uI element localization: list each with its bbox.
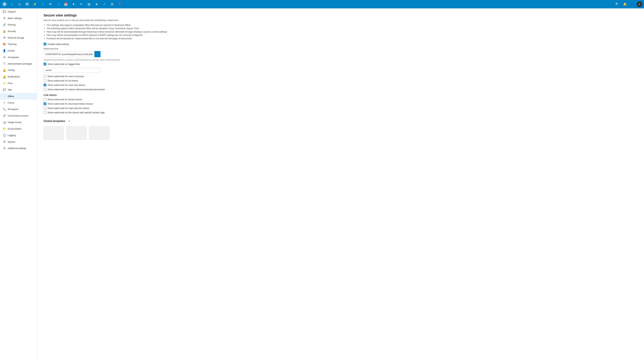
contacts-icon[interactable]: 👥 — [54, 0, 62, 8]
system-tags-checkbox[interactable] — [44, 111, 46, 114]
show-read-only-label[interactable]: Show watermark for read only shares — [48, 84, 85, 86]
template-card-1 — [44, 126, 64, 140]
contacts-button[interactable]: 👤 — [629, 0, 636, 8]
tasks-icon[interactable]: ✓ — [100, 0, 108, 8]
guests-icon: 👤 — [3, 49, 6, 52]
link-shares-section-label: Link shares — [44, 94, 637, 96]
favorites-icon[interactable]: ♥ — [70, 0, 77, 8]
sidebar-label-system: System — [8, 141, 15, 143]
tag-input[interactable] — [44, 68, 100, 72]
show-for-groups-row: Show watermark for users of groups — [44, 75, 637, 78]
show-all-shares-label[interactable]: Show watermark for all shares — [48, 79, 78, 82]
watermark-confirm-button[interactable]: → — [94, 51, 100, 57]
sidebar-label-support: Support — [8, 10, 16, 13]
bullet-4: Files may still be downloadable via WOPI… — [46, 34, 637, 36]
sidebar-item-external-storage[interactable]: 🖥 External storage — [0, 34, 37, 41]
sidebar-item-talk[interactable]: 💬 Talk — [0, 86, 37, 93]
show-on-tagged-row: Show watermark on tagged files — [44, 63, 637, 65]
download-hidden-checkbox[interactable] — [44, 102, 46, 105]
sharing-icon: 🔗 — [3, 23, 6, 26]
all-link-label[interactable]: Show watermark for all link shares — [48, 98, 82, 101]
sidebar-item-support[interactable]: 💬 Support — [0, 8, 37, 15]
show-no-download-label[interactable]: Show watermark for shares without downlo… — [48, 88, 105, 91]
show-for-groups-checkbox[interactable] — [44, 75, 46, 78]
sidebar-item-basic-settings[interactable]: ⚙ Basic settings — [0, 15, 37, 21]
logo[interactable] — [2, 1, 8, 7]
flow-icon: ⚡ — [3, 82, 6, 85]
notes-icon[interactable]: ✏ — [78, 0, 85, 8]
sidebar-label-basic-settings: Basic settings — [8, 17, 22, 19]
bullet-3: Files may still be downloadable through … — [46, 30, 637, 33]
page-description: Secure view enables you to secure docume… — [44, 19, 637, 21]
page-title: Secure view settings — [44, 13, 637, 17]
table-icon[interactable]: ⊞ — [108, 0, 116, 8]
show-read-only-row: Show watermark for read only shares — [44, 84, 637, 86]
files-icon[interactable]: 🗂 — [16, 0, 23, 8]
sidebar-item-sharing[interactable]: 🔗 Sharing — [0, 21, 37, 28]
sidebar-item-additional-settings[interactable]: ⚙ Additional settings — [0, 145, 37, 151]
all-link-row: Show watermark for all link shares — [44, 98, 637, 101]
show-all-shares-row: Show watermark for all shares — [44, 79, 637, 82]
sidebar-item-logging[interactable]: 📋 Logging — [0, 132, 37, 139]
logging-icon: 📋 — [3, 134, 6, 137]
sidebar-label-security: Security — [8, 30, 16, 32]
sidebar-item-flow[interactable]: ⚡ Flow — [0, 80, 37, 86]
global-templates-label: Global templates — [44, 120, 65, 123]
user-avatar[interactable]: A — [636, 1, 642, 7]
sidebar-item-theming[interactable]: 🎨 Theming — [0, 41, 37, 47]
sidebar-item-group-folders[interactable]: 📁 Group folders — [0, 125, 37, 132]
topnav-apps: ⌂ 🗂 🖼 ⚡ ○ ✉ 👥 📅 ♥ ✏ ▤ ★ ✓ ⊞ 📍 — [8, 0, 614, 8]
download-hidden-label[interactable]: Show watermark for download hidden share… — [48, 103, 93, 105]
sidebar-item-activity[interactable]: 🔔 Activity — [0, 67, 37, 73]
notifications-button[interactable]: 🔔 — [621, 0, 628, 8]
deck-icon[interactable]: ▤ — [85, 0, 92, 8]
sidebar: 💬 Support ⚙ Basic settings 🔗 Sharing 🔒 S… — [0, 8, 37, 362]
read-only-link-row: Show watermark for read only link shares — [44, 107, 637, 109]
show-read-only-checkbox[interactable] — [44, 84, 46, 86]
additional-settings-icon: ⚙ — [3, 147, 6, 150]
all-link-checkbox[interactable] — [44, 98, 46, 101]
photos-icon[interactable]: 🖼 — [24, 0, 31, 8]
add-template-button[interactable]: + — [67, 119, 72, 123]
sidebar-item-groupware[interactable]: ⚙ Groupware — [0, 54, 37, 60]
starred-icon[interactable]: ★ — [93, 0, 100, 8]
sidebar-item-forms[interactable]: ≡ Forms — [0, 99, 37, 106]
read-only-link-checkbox[interactable] — [44, 107, 46, 109]
sidebar-item-usage-survey[interactable]: 📊 Usage survey — [0, 119, 37, 125]
home-icon[interactable]: ⌂ — [8, 0, 16, 8]
enable-watermarking-checkbox[interactable] — [44, 43, 46, 45]
search-icon-nav[interactable]: ○ — [39, 0, 46, 8]
search-button[interactable]: 🔍 — [614, 0, 621, 8]
security-icon: 🔒 — [3, 30, 6, 33]
sidebar-item-admin-privileges[interactable]: 🛡 Administration privileges — [0, 60, 37, 67]
sidebar-item-office[interactable]: 📄 Office — [0, 93, 37, 99]
show-all-shares-checkbox[interactable] — [44, 79, 46, 82]
sidebar-item-notifications[interactable]: 🔔 Notifications — [0, 73, 37, 80]
forms-icon: ≡ — [3, 101, 6, 104]
sidebar-item-system[interactable]: 🖥 System — [0, 139, 37, 145]
system-tags-label[interactable]: Show watermark on link shares with speci… — [48, 111, 105, 114]
groupware-icon: ⚙ — [3, 56, 6, 59]
read-only-link-label[interactable]: Show watermark for read only link shares — [48, 107, 89, 109]
template-cards — [44, 126, 637, 140]
show-no-download-row: Show watermark for shares without downlo… — [44, 88, 637, 91]
show-no-download-checkbox[interactable] — [44, 88, 46, 91]
sidebar-item-security[interactable]: 🔒 Security — [0, 28, 37, 34]
show-on-tagged-label[interactable]: Show watermark on tagged files — [48, 63, 80, 65]
calendar-icon[interactable]: 📅 — [62, 0, 70, 8]
mail-icon[interactable]: ✉ — [46, 0, 54, 8]
connected-accounts-icon: 🔗 — [3, 114, 6, 117]
sidebar-item-guests[interactable]: 👤 Guests — [0, 47, 37, 54]
show-on-tagged-checkbox[interactable] — [44, 63, 46, 65]
watermark-text-input[interactable] — [44, 52, 94, 57]
activity-icon[interactable]: ⚡ — [31, 0, 38, 8]
sidebar-item-recognize[interactable]: 🔍 Recognize — [0, 106, 37, 112]
watermark-text-label: Watermark text — [44, 47, 637, 50]
sidebar-item-connected-accounts[interactable]: 🔗 Connected accounts — [0, 112, 37, 119]
show-for-groups-label[interactable]: Show watermark for users of groups — [48, 75, 84, 78]
sidebar-label-sharing: Sharing — [8, 23, 16, 26]
enable-watermarking-label[interactable]: Enable watermarking — [48, 43, 69, 45]
sidebar-label-connected-accounts: Connected accounts — [8, 114, 28, 117]
sidebar-label-recognize: Recognize — [8, 108, 18, 110]
maps-icon[interactable]: 📍 — [116, 0, 124, 8]
